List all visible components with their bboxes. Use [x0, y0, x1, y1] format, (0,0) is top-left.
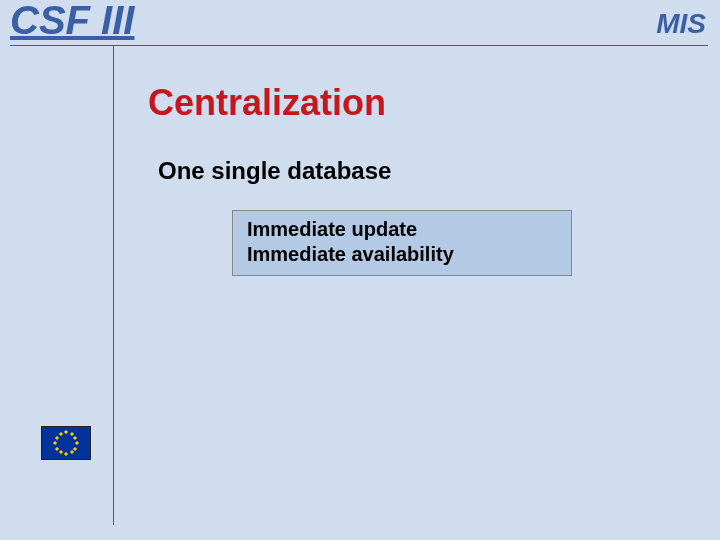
header-left-title: CSF III	[10, 0, 134, 43]
eu-stars	[55, 432, 77, 454]
subheading: One single database	[158, 157, 391, 185]
slide-title: Centralization	[148, 82, 386, 124]
header-right-label: MIS	[656, 8, 706, 40]
eu-flag-icon	[41, 426, 91, 460]
vertical-divider	[113, 45, 114, 525]
callout-line-1: Immediate update	[247, 217, 557, 242]
header-divider	[10, 45, 708, 46]
slide: CSF III MIS Centralization One single da…	[0, 0, 720, 540]
callout-line-2: Immediate availability	[247, 242, 557, 267]
callout-box: Immediate update Immediate availability	[232, 210, 572, 276]
